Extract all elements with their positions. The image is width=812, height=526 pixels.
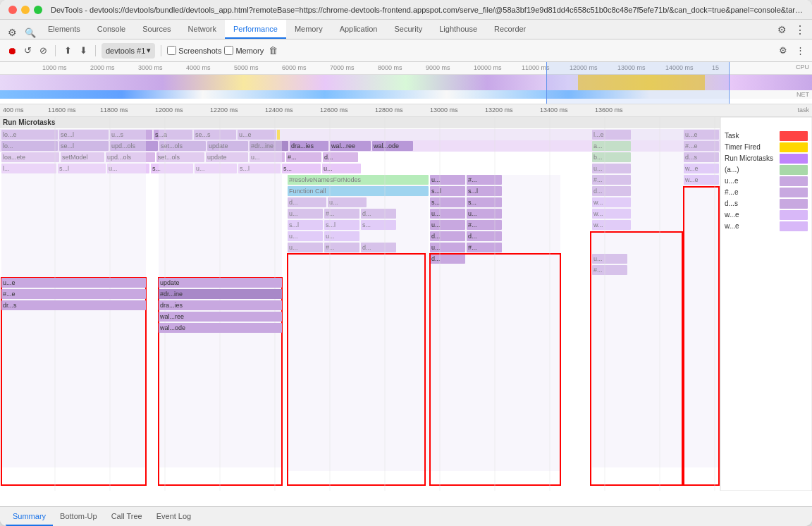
memory-checkbox-group[interactable]: Memory	[224, 46, 264, 55]
tab-bottom-up[interactable]: Bottom-Up	[53, 507, 104, 526]
dtick-13000: 13000 ms	[430, 106, 458, 114]
svg-text:u...: u...	[431, 176, 441, 183]
more-perf-icon[interactable]: ⋮	[794, 44, 806, 57]
svg-rect-184	[780, 199, 808, 209]
tab-memory[interactable]: Memory	[286, 20, 331, 39]
svg-text:d...: d...	[324, 154, 333, 161]
timeline-selection[interactable]	[546, 62, 730, 104]
maximize-button[interactable]	[34, 6, 42, 14]
more-icon[interactable]: ⋮	[794, 23, 806, 36]
svg-text:wal...ode: wal...ode	[159, 324, 185, 331]
tab-console[interactable]: Console	[89, 20, 134, 39]
svg-rect-180	[780, 176, 808, 186]
svg-text:d...: d...	[468, 233, 477, 240]
tab-summary[interactable]: Summary	[6, 507, 53, 526]
record-icon[interactable]: ⏺	[6, 44, 18, 57]
svg-rect-139	[684, 129, 719, 467]
svg-text:#...: #...	[468, 244, 477, 251]
svg-rect-175	[780, 154, 808, 164]
tab-application[interactable]: Application	[331, 20, 386, 39]
svg-text:w...e: w...e	[724, 222, 739, 230]
close-button[interactable]	[8, 6, 17, 14]
tick-2000: 2000 ms	[90, 64, 115, 71]
svg-text:wal...ree: wal...ree	[159, 313, 184, 320]
tab-security[interactable]: Security	[386, 20, 431, 39]
tab-recorder[interactable]: Recorder	[486, 20, 534, 39]
svg-text:#...e: #...e	[725, 188, 739, 196]
svg-text:wal...ree: wal...ree	[331, 142, 355, 149]
svg-text:Task: Task	[725, 132, 740, 140]
settings-perf-icon[interactable]: ⚙	[777, 44, 789, 57]
tab-selector[interactable]: devtools #1 ▾	[102, 43, 155, 59]
minimize-button[interactable]	[21, 6, 30, 14]
svg-text:Timer Fired: Timer Fired	[725, 143, 761, 151]
tick-4000: 4000 ms	[186, 64, 211, 71]
dtick-12000: 12000 ms	[155, 106, 183, 114]
detail-ruler: 400 ms 11600 ms 11800 ms 12000 ms 12200 …	[0, 104, 812, 117]
cpu-label: CPU	[796, 63, 809, 71]
svg-rect-136	[288, 175, 429, 471]
title-bar: DevTools - devtools://devtools/bundled/d…	[0, 0, 812, 20]
tab-call-tree[interactable]: Call Tree	[104, 507, 149, 526]
svg-text:Run Microtasks: Run Microtasks	[725, 154, 773, 162]
svg-rect-182	[780, 188, 808, 197]
svg-text:#...: #...	[468, 221, 477, 228]
svg-rect-137	[430, 175, 560, 471]
flame-chart-area[interactable]: Run Microtasks Task lo...e se...l u...s …	[0, 117, 812, 506]
svg-text:u...: u...	[468, 210, 477, 217]
tab-sources[interactable]: Sources	[134, 20, 179, 39]
svg-text:dra...ies: dra...ies	[160, 302, 183, 309]
clear-icon[interactable]: ⊘	[37, 44, 49, 57]
settings-icon[interactable]: ⚙	[775, 23, 788, 36]
svg-text:dra...ies: dra...ies	[291, 142, 314, 149]
bottom-tabs: Summary Bottom-Up Call Tree Event Log	[0, 506, 812, 526]
download-icon[interactable]: ⬇	[77, 44, 90, 57]
svg-text:s...: s...	[468, 199, 476, 206]
task-label-right: task	[797, 106, 809, 114]
screenshots-checkbox[interactable]	[167, 46, 176, 55]
toolbar-right: ⚙ ⋮	[777, 44, 806, 57]
dtick-13400: 13400 ms	[540, 106, 568, 114]
svg-text:u...: u...	[431, 210, 441, 217]
nav-tabs: ⚙ 🔍 Elements Console Sources Network Per…	[0, 20, 812, 39]
reload-record-icon[interactable]: ↺	[21, 44, 34, 57]
separator-2	[95, 45, 96, 56]
memory-label: Memory	[235, 47, 264, 55]
svg-text:#dr...ine: #dr...ine	[160, 290, 183, 298]
screenshots-checkbox-group[interactable]: Screenshots	[167, 46, 221, 55]
upload-icon[interactable]: ⬆	[61, 44, 74, 57]
performance-toolbar: ⏺ ↺ ⊘ ⬆ ⬇ devtools #1 ▾ Screenshots Memo…	[0, 39, 812, 62]
svg-rect-138	[592, 129, 684, 467]
svg-text:wal...ode: wal...ode	[373, 142, 399, 149]
separator-1	[55, 45, 56, 56]
svg-text:d...: d...	[431, 233, 441, 240]
flame-chart-svg: Run Microtasks Task lo...e se...l u...s …	[0, 117, 812, 491]
svg-rect-210	[1, 289, 146, 299]
tick-6000: 6000 ms	[282, 64, 307, 71]
svg-text:w...e: w...e	[724, 211, 739, 219]
tab-event-log[interactable]: Event Log	[149, 507, 199, 526]
svg-text:s...l: s...l	[468, 188, 478, 195]
dtick-12600: 12600 ms	[320, 106, 348, 114]
tab-elements[interactable]: Elements	[39, 20, 89, 39]
dtick-12400: 12400 ms	[265, 106, 293, 114]
tab-network[interactable]: Network	[180, 20, 225, 39]
tab-lighthouse[interactable]: Lighthouse	[431, 20, 486, 39]
dtick-11800: 11800 ms	[100, 106, 128, 114]
svg-text:s...: s...	[283, 165, 292, 172]
tick-7000: 7000 ms	[330, 64, 355, 71]
memory-checkbox[interactable]	[224, 46, 233, 55]
tab-performance[interactable]: Performance	[225, 20, 286, 39]
tick-1000: 1000 ms	[42, 64, 67, 71]
svg-text:u...: u...	[431, 221, 441, 228]
svg-text:update: update	[160, 279, 180, 286]
svg-text:u...: u...	[324, 165, 333, 172]
svg-text:#...: #...	[288, 154, 297, 161]
devtools-menu-icon[interactable]: ⚙	[6, 26, 18, 39]
traffic-lights	[8, 6, 42, 14]
inspect-icon[interactable]: 🔍	[24, 26, 37, 39]
tick-5000: 5000 ms	[234, 64, 259, 71]
dtick-13600: 13600 ms	[595, 106, 623, 114]
trash-icon[interactable]: 🗑	[266, 44, 279, 57]
timeline-overview[interactable]: 1000 ms 2000 ms 3000 ms 4000 ms 5000 ms …	[0, 62, 812, 104]
